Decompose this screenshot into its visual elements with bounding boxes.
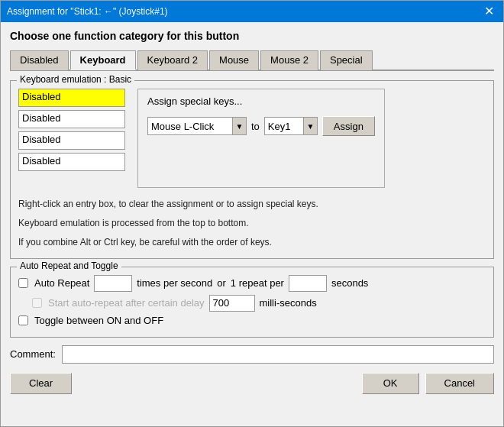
info-line-2: If you combine Alt or Ctrl key, be caref… bbox=[18, 235, 486, 250]
delay-input[interactable] bbox=[209, 295, 255, 312]
bottom-buttons: Clear OK Cancel bbox=[10, 373, 494, 394]
cancel-button[interactable]: Cancel bbox=[425, 373, 494, 394]
ok-cancel-group: OK Cancel bbox=[362, 373, 494, 394]
info-line-0: Right-click an entry box, to clear the a… bbox=[18, 197, 486, 212]
tab-keyboard[interactable]: Keyboard bbox=[70, 50, 136, 70]
one-repeat-per-label: 1 repeat per bbox=[231, 277, 284, 289]
special-key-dropdown1[interactable]: Mouse L-Click ▼ bbox=[147, 117, 247, 135]
info-line-1: Keyboard emulation is processed from the… bbox=[18, 216, 486, 231]
comment-row: Comment: bbox=[10, 345, 494, 364]
tab-mouse2[interactable]: Mouse 2 bbox=[260, 50, 318, 70]
seconds-input[interactable] bbox=[289, 275, 327, 292]
info-section: Right-click an entry box, to clear the a… bbox=[18, 197, 486, 251]
ok-button[interactable]: OK bbox=[362, 373, 419, 394]
main-window: Assignment for "Stick1: ←" (Joystick#1) … bbox=[0, 0, 504, 427]
assign-row: Mouse L-Click ▼ to Key1 ▼ Assign bbox=[147, 116, 375, 136]
window-content: Choose one function category for this bu… bbox=[1, 22, 503, 426]
times-per-second-input[interactable] bbox=[94, 275, 132, 292]
assign-button[interactable]: Assign bbox=[322, 116, 375, 136]
special-key-dropdown2[interactable]: Key1 ▼ bbox=[264, 117, 318, 135]
start-delay-label: Start auto-repeat after certain delay bbox=[48, 297, 205, 309]
toggle-checkbox[interactable] bbox=[18, 315, 28, 325]
tab-disabled[interactable]: Disabled bbox=[10, 50, 69, 70]
times-per-second-label: times per second bbox=[137, 277, 212, 289]
key-entry-2[interactable]: Disabled bbox=[18, 131, 125, 150]
dropdown2-arrow[interactable]: ▼ bbox=[303, 118, 317, 134]
milli-seconds-label: milli-seconds bbox=[260, 297, 317, 309]
keyboard-group-label: Keyboard emulation : Basic bbox=[17, 74, 134, 85]
comment-label: Comment: bbox=[10, 348, 56, 360]
keyboard-area: Disabled Disabled Disabled Disabled Assi… bbox=[18, 89, 486, 188]
auto-repeat-checkbox[interactable] bbox=[18, 278, 28, 288]
window-title: Assignment for "Stick1: ←" (Joystick#1) bbox=[7, 6, 168, 17]
key-entry-0[interactable]: Disabled bbox=[18, 89, 125, 107]
start-delay-row: Start auto-repeat after certain delay mi… bbox=[32, 295, 486, 312]
dropdown1-value: Mouse L-Click bbox=[148, 121, 232, 132]
comment-input[interactable] bbox=[62, 345, 494, 364]
auto-repeat-group: Auto Repeat and Toggle Auto Repeat times… bbox=[10, 267, 494, 338]
auto-repeat-label: Auto Repeat bbox=[34, 277, 89, 289]
tab-mouse[interactable]: Mouse bbox=[209, 50, 259, 70]
or-label: or bbox=[217, 277, 226, 289]
keyboard-group: Keyboard emulation : Basic Disabled Disa… bbox=[10, 80, 494, 259]
tab-keyboard2[interactable]: Keyboard 2 bbox=[137, 50, 208, 70]
key-list: Disabled Disabled Disabled Disabled bbox=[18, 89, 125, 188]
toggle-row: Toggle between ON and OFF bbox=[18, 315, 486, 326]
close-button[interactable]: ✕ bbox=[481, 5, 497, 18]
auto-repeat-group-label: Auto Repeat and Toggle bbox=[17, 260, 121, 271]
assign-special-box: Assign special keys... Mouse L-Click ▼ t… bbox=[137, 89, 385, 188]
dropdown1-arrow[interactable]: ▼ bbox=[232, 118, 246, 134]
key-entry-1[interactable]: Disabled bbox=[18, 110, 125, 128]
clear-button[interactable]: Clear bbox=[10, 373, 72, 394]
to-label: to bbox=[251, 121, 260, 132]
seconds-label: seconds bbox=[331, 277, 368, 289]
dropdown2-value: Key1 bbox=[265, 121, 303, 132]
assign-special-label: Assign special keys... bbox=[147, 95, 375, 107]
key-entry-3[interactable]: Disabled bbox=[18, 153, 125, 171]
start-delay-checkbox[interactable] bbox=[32, 298, 42, 308]
page-heading: Choose one function category for this bu… bbox=[10, 30, 494, 42]
title-bar: Assignment for "Stick1: ←" (Joystick#1) … bbox=[1, 1, 503, 22]
toggle-label: Toggle between ON and OFF bbox=[34, 315, 163, 326]
tab-bar: Disabled Keyboard Keyboard 2 Mouse Mouse… bbox=[10, 50, 494, 71]
auto-repeat-row: Auto Repeat times per second or 1 repeat… bbox=[18, 275, 486, 292]
tab-special[interactable]: Special bbox=[320, 50, 373, 70]
